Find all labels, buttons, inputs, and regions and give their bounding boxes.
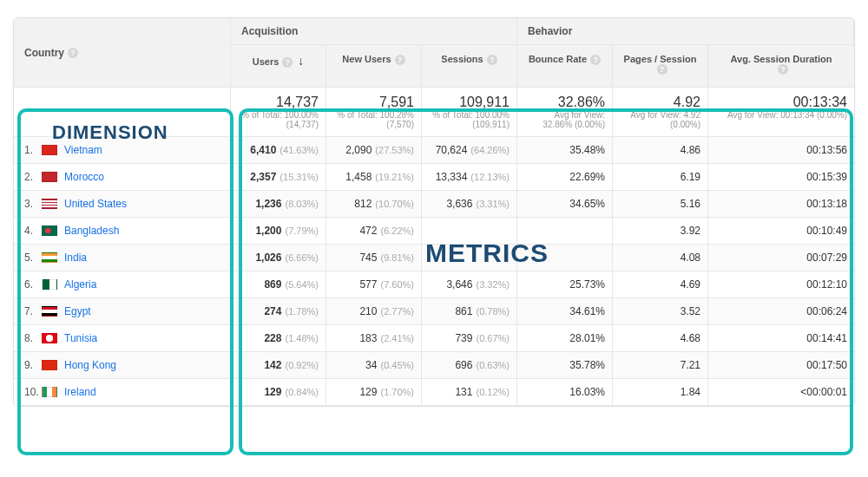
cell-pps: 4.68 — [613, 325, 708, 352]
col-asd[interactable]: Avg. Session Duration? — [708, 45, 854, 88]
table-row: 2.Morocco2,357(15.31%)1,458(19.21%)13,33… — [14, 164, 854, 191]
row-rank: 5. — [24, 252, 42, 264]
country-link[interactable]: Bangladesh — [64, 225, 119, 237]
table-row: 10.Ireland129(0.84%)129(1.70%)131(0.12%)… — [14, 379, 854, 406]
cell-sessions: 3,636(3.31%) — [422, 191, 517, 218]
total-asd: 00:13:34Avg for View: 00:13:34 (0.00%) — [708, 88, 854, 137]
cell-users: 228(1.48%) — [231, 325, 326, 352]
total-bounce: 32.86%Avg for View: 32.86% (0.00%) — [517, 88, 613, 137]
cell-asd: 00:12:10 — [708, 271, 854, 298]
help-icon[interactable]: ? — [487, 55, 497, 65]
flag-icon — [42, 279, 57, 290]
table-row: 8.Tunisia228(1.48%)183(2.41%)739(0.67%)2… — [14, 325, 854, 352]
cell-users: 142(0.92%) — [231, 352, 326, 379]
total-new-users: 7,591% of Total: 100.28% (7,570) — [326, 88, 422, 137]
cell-users: 274(1.78%) — [231, 298, 326, 325]
flag-icon — [42, 306, 57, 317]
dimension-label: Country — [24, 47, 64, 59]
cell-sessions: 861(0.78%) — [422, 298, 517, 325]
total-pps: 4.92Avg for View: 4.92 (0.00%) — [613, 88, 708, 137]
dimension-annotation: DIMENSION — [52, 121, 168, 144]
cell-asd: 00:10:49 — [708, 218, 854, 245]
metrics-annotation: METRICS — [425, 238, 549, 268]
country-link[interactable]: United States — [64, 198, 127, 210]
table-row: 3.United States1,236(8.03%)812(10.70%)3,… — [14, 191, 854, 218]
col-pps[interactable]: Pages / Session? — [613, 45, 708, 88]
country-link[interactable]: Ireland — [64, 386, 96, 398]
country-link[interactable]: Morocco — [64, 171, 104, 183]
row-rank: 4. — [24, 225, 42, 237]
row-rank: 8. — [24, 332, 42, 344]
cell-asd: 00:13:56 — [708, 137, 854, 164]
group-behavior: Behavior — [517, 18, 854, 45]
cell-new-users: 210(2.77%) — [326, 298, 422, 325]
cell-new-users: 472(6.22%) — [326, 218, 422, 245]
flag-icon — [42, 145, 57, 155]
country-link[interactable]: Tunisia — [64, 332, 97, 344]
help-icon[interactable]: ? — [282, 57, 293, 68]
cell-bounce: 34.61% — [517, 298, 613, 325]
cell-new-users: 183(2.41%) — [326, 325, 422, 352]
col-sessions[interactable]: Sessions? — [422, 45, 517, 88]
dimension-cell: 4.Bangladesh — [14, 218, 231, 245]
help-icon[interactable]: ? — [590, 55, 601, 65]
cell-bounce: 16.03% — [517, 379, 613, 406]
cell-users: 2,357(15.31%) — [231, 164, 326, 191]
cell-pps: 7.21 — [613, 352, 708, 379]
cell-pps: 1.84 — [613, 379, 708, 406]
cell-pps: 3.92 — [613, 218, 708, 245]
help-icon[interactable]: ? — [68, 48, 78, 58]
row-rank: 6. — [24, 278, 42, 291]
table-body: 1.Vietnam6,410(41.63%)2,090(27.53%)70,62… — [14, 137, 854, 406]
cell-sessions: 70,624(64.26%) — [422, 137, 517, 164]
cell-new-users: 745(9.81%) — [326, 245, 422, 271]
cell-asd: 00:15:39 — [708, 164, 854, 191]
flag-icon — [42, 387, 57, 397]
cell-new-users: 812(10.70%) — [326, 191, 422, 218]
table-row: 7.Egypt274(1.78%)210(2.77%)861(0.78%)34.… — [14, 298, 854, 325]
country-link[interactable]: Egypt — [64, 305, 91, 317]
cell-sessions: 3,646(3.32%) — [422, 271, 517, 298]
help-icon[interactable]: ? — [395, 55, 405, 65]
dimension-cell: 2.Morocco — [14, 164, 231, 191]
cell-bounce: 25.73% — [517, 271, 613, 298]
country-link[interactable]: Vietnam — [64, 144, 102, 156]
cell-users: 1,026(6.66%) — [231, 245, 326, 271]
cell-bounce: 22.69% — [517, 164, 613, 191]
col-users[interactable]: Users?↓ — [231, 45, 326, 88]
cell-bounce: 35.48% — [517, 137, 613, 164]
cell-bounce: 34.65% — [517, 191, 613, 218]
row-rank: 1. — [24, 144, 42, 156]
dimension-cell: 9.Hong Kong — [14, 352, 231, 379]
help-icon[interactable]: ? — [657, 64, 667, 75]
row-rank: 10. — [24, 386, 42, 398]
row-rank: 2. — [24, 171, 42, 183]
table-header: Country ? Acquisition Behavior Users?↓ N… — [14, 18, 854, 88]
total-sessions: 109,911% of Total: 100.00% (109,911) — [422, 88, 517, 137]
cell-pps: 6.19 — [613, 164, 708, 191]
cell-new-users: 1,458(19.21%) — [326, 164, 422, 191]
flag-icon — [42, 225, 57, 236]
cell-asd: 00:13:18 — [708, 191, 854, 218]
cell-new-users: 34(0.45%) — [326, 352, 422, 379]
dimension-header[interactable]: Country ? — [14, 18, 231, 88]
row-rank: 7. — [24, 305, 42, 317]
cell-asd: 00:17:50 — [708, 352, 854, 379]
country-link[interactable]: India — [64, 252, 87, 264]
cell-users: 1,200(7.79%) — [231, 218, 326, 245]
country-link[interactable]: Hong Kong — [64, 359, 116, 371]
col-bounce[interactable]: Bounce Rate? — [517, 45, 613, 88]
help-icon[interactable]: ? — [778, 64, 788, 75]
sort-arrow-icon: ↓ — [298, 54, 304, 68]
col-new-users[interactable]: New Users? — [326, 45, 422, 88]
table-row: 6.Algeria869(5.64%)577(7.60%)3,646(3.32%… — [14, 271, 854, 298]
dimension-cell: 8.Tunisia — [14, 325, 231, 352]
cell-sessions: 131(0.12%) — [422, 379, 517, 406]
cell-users: 129(0.84%) — [231, 379, 326, 406]
cell-new-users: 2,090(27.53%) — [326, 137, 422, 164]
flag-icon — [42, 252, 57, 263]
table-row: 9.Hong Kong142(0.92%)34(0.45%)696(0.63%)… — [14, 352, 854, 379]
group-acquisition: Acquisition — [231, 18, 517, 45]
cell-asd: 00:07:29 — [708, 245, 854, 271]
country-link[interactable]: Algeria — [64, 278, 96, 291]
